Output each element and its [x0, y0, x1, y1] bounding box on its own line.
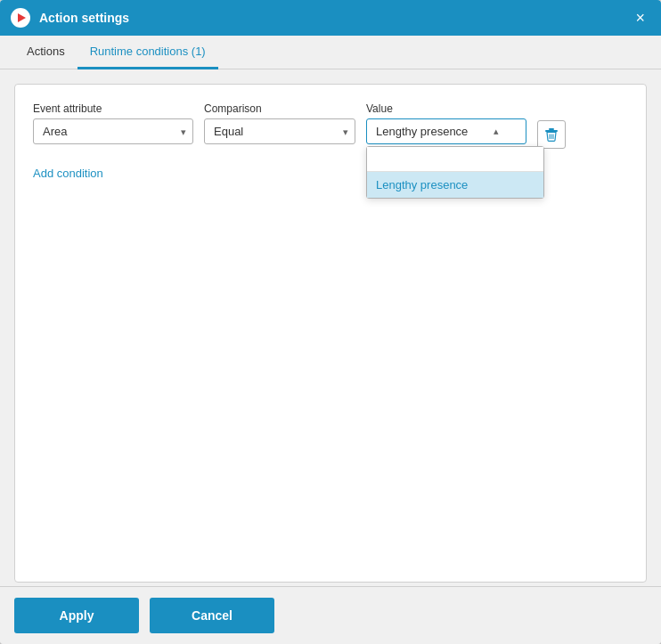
- comparison-select[interactable]: Equal Not equal Contains Greater than Le…: [204, 118, 355, 144]
- event-attribute-select-wrapper: Area Zone Device User ▾: [33, 118, 193, 144]
- app-icon: [11, 8, 30, 28]
- comparison-group: Comparison Equal Not equal Contains Grea…: [204, 102, 355, 144]
- svg-rect-2: [549, 128, 554, 130]
- value-label: Value: [366, 102, 526, 115]
- apply-button[interactable]: Apply: [14, 598, 139, 633]
- footer: Apply Cancel: [0, 586, 661, 644]
- value-search-input[interactable]: [367, 147, 543, 172]
- add-condition-link[interactable]: Add condition: [33, 167, 103, 180]
- delete-condition-button[interactable]: [537, 120, 566, 149]
- event-attribute-group: Event attribute Area Zone Device User ▾: [33, 102, 193, 144]
- condition-panel: Event attribute Area Zone Device User ▾ …: [14, 84, 647, 583]
- value-select-button[interactable]: Lengthy presence ▴: [366, 118, 526, 144]
- value-chevron-up-icon: ▴: [494, 126, 499, 137]
- value-group: Value Lengthy presence ▴ Lengthy presenc…: [366, 102, 526, 144]
- value-dropdown-popup: Lengthy presence: [366, 146, 544, 199]
- value-option-lengthy-presence[interactable]: Lengthy presence: [367, 172, 543, 198]
- value-selected-text: Lengthy presence: [376, 125, 468, 138]
- close-button[interactable]: ×: [630, 6, 650, 29]
- tab-runtime-conditions[interactable]: Runtime conditions (1): [78, 36, 218, 69]
- condition-row: Event attribute Area Zone Device User ▾ …: [33, 102, 628, 149]
- cancel-button[interactable]: Cancel: [150, 598, 274, 633]
- tab-actions[interactable]: Actions: [14, 36, 78, 69]
- dialog-title: Action settings: [39, 11, 630, 25]
- comparison-select-wrapper: Equal Not equal Contains Greater than Le…: [204, 118, 355, 144]
- action-settings-dialog: Action settings × Actions Runtime condit…: [0, 0, 661, 644]
- value-dropdown-container: Lengthy presence ▴ Lengthy presence: [366, 118, 526, 144]
- trash-icon: [544, 127, 559, 142]
- comparison-label: Comparison: [204, 102, 355, 115]
- content-area: Event attribute Area Zone Device User ▾ …: [0, 69, 661, 586]
- tab-bar: Actions Runtime conditions (1): [0, 36, 661, 69]
- event-attribute-label: Event attribute: [33, 102, 193, 115]
- event-attribute-select[interactable]: Area Zone Device User: [33, 118, 193, 144]
- svg-rect-3: [545, 130, 558, 132]
- title-bar: Action settings ×: [0, 0, 661, 36]
